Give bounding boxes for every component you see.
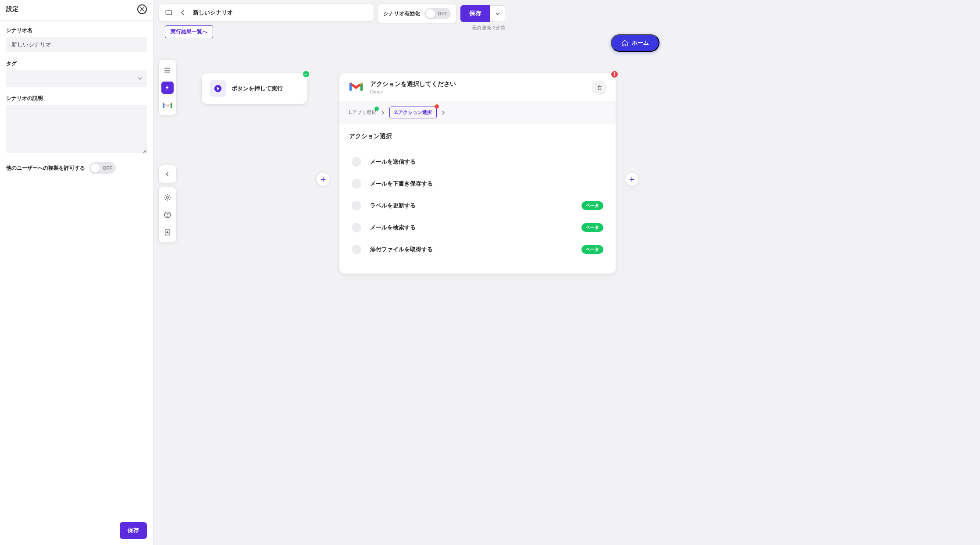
enable-label: シナリオ有効化 [383,10,420,18]
list-icon[interactable] [161,64,174,77]
allow-copy-toggle[interactable]: OFF [89,162,116,174]
action-option-label: メールを送信する [370,158,603,166]
trigger-node[interactable]: ボタンを押して実行 [202,73,307,104]
beta-badge: ベータ [581,245,603,254]
radio-icon [352,201,361,210]
gear-icon[interactable] [161,191,174,204]
chevron-left-icon [164,171,171,178]
add-step-button[interactable]: ＋ [625,173,638,186]
main-area: 新しいシナリオ 実行結果一覧へ シナリオ有効化 OFF 保存 [153,0,980,545]
radio-icon [352,245,361,254]
action-section-title: アクション選択 [349,132,606,140]
action-option-label: ラベルを更新する [370,202,573,210]
save-dropdown-button[interactable] [490,5,505,22]
close-icon [140,7,144,11]
chevron-down-icon [137,76,143,81]
svg-point-0 [164,68,165,69]
app-gmail-icon[interactable] [161,99,174,112]
svg-point-7 [167,216,168,217]
collapse-rail-button[interactable] [159,165,176,183]
results-list-button[interactable]: 実行結果一覧へ [165,25,213,38]
action-option-label: メールを検索する [370,224,573,232]
gmail-icon [348,80,364,93]
step-1[interactable]: 1.アプリ選択 [348,109,376,116]
breadcrumb: 新しいシナリオ [159,4,374,21]
tag-select[interactable] [6,70,147,87]
last-updated-text: 最終更新:2分前 [472,25,505,31]
tag-label: タグ [6,60,147,68]
folder-icon [165,9,173,17]
beta-badge: ベータ [581,201,603,210]
action-option[interactable]: ラベルを更新するベータ [349,195,606,217]
chevron-right-icon [381,110,385,115]
action-option[interactable]: メールを下書き保存する [349,173,606,195]
save-button[interactable]: 保存 [460,5,490,22]
steps-breadcrumb: 1.アプリ選択 2.アクション選択 [339,101,616,124]
export-icon[interactable] [161,226,174,239]
svg-point-5 [167,196,169,199]
settings-title: 設定 [6,5,18,13]
settings-panel: 設定 シナリオ名 タグ シナリオの説明 他のユーザーへの複製を許可する [0,0,153,545]
action-option[interactable]: メールを検索するベータ [349,217,606,239]
svg-point-1 [164,70,165,71]
action-node: アクションを選択してください Gmail 1.アプリ選択 [339,73,616,274]
action-option-label: メールを下書き保存する [370,180,603,188]
status-ok-icon [303,71,309,77]
radio-icon [352,179,361,189]
help-icon[interactable] [161,208,174,221]
delete-action-button[interactable] [592,80,607,95]
status-ok-icon [374,107,379,111]
app-trigger-icon[interactable] [161,81,174,94]
status-error-icon [435,104,439,109]
beta-badge: ベータ [581,223,603,232]
scenario-name-input[interactable] [6,37,147,52]
trash-icon [596,85,603,91]
scenario-title: 新しいシナリオ [193,9,233,17]
action-app-name: Gmail [370,89,456,94]
app-rail [159,60,176,115]
settings-save-button[interactable]: 保存 [120,522,147,539]
chevron-left-icon[interactable] [179,9,187,17]
trigger-app-icon [210,80,226,97]
action-option[interactable]: 添付ファイルを取得するベータ [349,239,606,260]
tool-rail [159,187,176,242]
chevron-right-icon [441,110,445,115]
toggle-off-text: OFF [103,166,113,171]
enable-scenario-card: シナリオ有効化 OFF [378,4,456,23]
close-settings-button[interactable] [137,4,147,14]
action-option[interactable]: メールを送信する [349,151,606,173]
step-2[interactable]: 2.アクション選択 [389,107,437,118]
scenario-name-label: シナリオ名 [6,27,147,34]
toggle-off-text: OFF [438,11,448,16]
description-input[interactable] [6,105,147,153]
svg-point-2 [164,72,165,73]
add-step-button[interactable]: ＋ [317,173,330,186]
error-badge-icon [611,71,618,78]
chevron-down-icon [495,11,500,16]
radio-icon [352,223,361,232]
action-option-label: 添付ファイルを取得する [370,246,573,253]
enable-scenario-toggle[interactable]: OFF [424,8,451,19]
radio-icon [352,157,361,167]
description-label: シナリオの説明 [6,95,147,102]
action-title: アクションを選択してください [370,80,456,88]
trigger-label: ボタンを押して実行 [232,85,283,93]
allow-copy-label: 他のユーザーへの複製を許可する [6,164,85,172]
